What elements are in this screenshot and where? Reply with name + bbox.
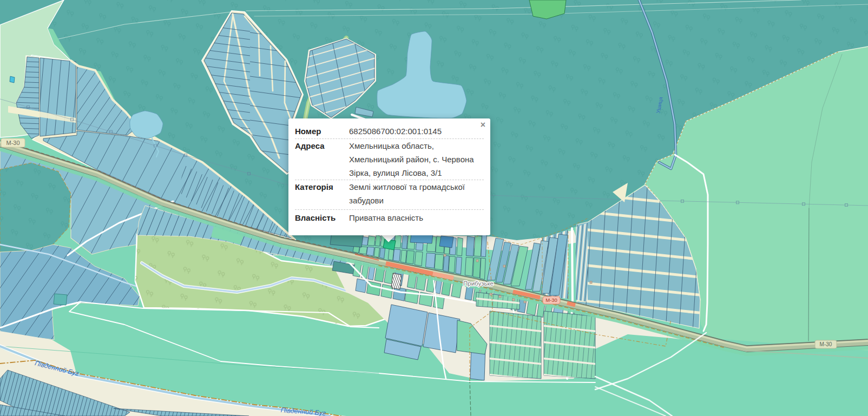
svg-text:Прибузьке: Прибузьке bbox=[463, 280, 494, 287]
svg-text:M-30: M-30 bbox=[820, 341, 832, 347]
svg-text:М-30: М-30 bbox=[6, 140, 19, 146]
svg-text:М-30: М-30 bbox=[545, 297, 557, 303]
